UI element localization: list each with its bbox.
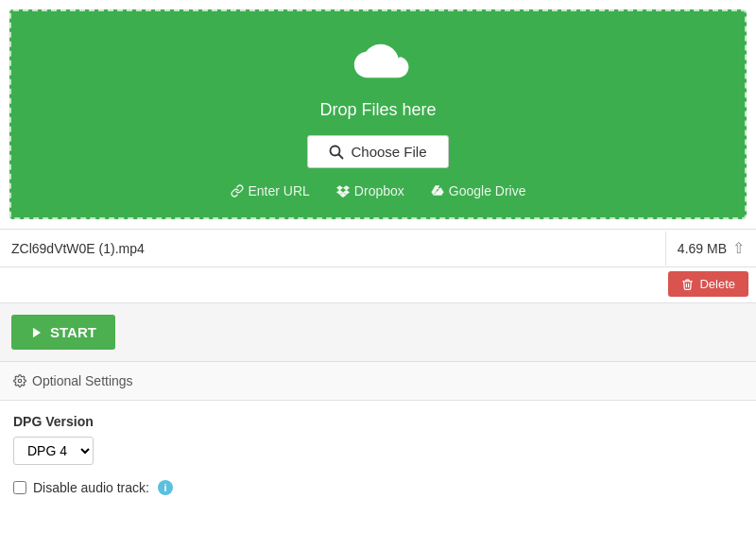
file-size: 4.69 MB ⇧ <box>666 230 756 266</box>
search-icon <box>329 145 344 160</box>
url-links: Enter URL Dropbox Google Drive <box>231 183 526 198</box>
dpg-version-select[interactable]: DPG 4 DPG 3 DPG 2 DPG 1 <box>13 437 94 465</box>
upload-icon: ⇧ <box>732 239 745 257</box>
disable-audio-checkbox[interactable] <box>13 481 26 494</box>
dropzone[interactable]: Drop Files here Choose File Enter URL Dr… <box>9 9 747 219</box>
disable-audio-row: Disable audio track: i <box>13 480 743 495</box>
link-icon <box>231 184 244 198</box>
file-name: ZCl69dVtW0E (1).mp4 <box>0 232 666 266</box>
settings-body: DPG Version DPG 4 DPG 3 DPG 2 DPG 1 Disa… <box>0 401 756 508</box>
file-row: ZCl69dVtW0E (1).mp4 4.69 MB ⇧ <box>0 229 756 267</box>
play-icon <box>30 326 43 339</box>
drop-text: Drop Files here <box>319 100 436 120</box>
dropbox-icon <box>336 184 350 198</box>
trash-icon <box>681 278 694 291</box>
choose-file-button[interactable]: Choose File <box>307 135 448 168</box>
disable-audio-label: Disable audio track: <box>33 480 149 495</box>
info-icon[interactable]: i <box>158 480 173 495</box>
svg-line-3 <box>339 154 343 158</box>
google-drive-link[interactable]: Google Drive <box>431 183 526 198</box>
dpg-version-label: DPG Version <box>13 414 743 429</box>
cloud-upload-icon <box>344 34 412 91</box>
svg-point-5 <box>18 379 22 383</box>
start-row: START <box>0 303 756 362</box>
delete-row: Delete <box>0 267 756 303</box>
svg-marker-4 <box>33 327 41 337</box>
gear-icon <box>13 374 26 387</box>
enter-url-link[interactable]: Enter URL <box>231 183 310 198</box>
dropbox-link[interactable]: Dropbox <box>336 183 404 198</box>
optional-settings-header: Optional Settings <box>0 362 756 401</box>
google-drive-icon <box>431 184 444 198</box>
start-button[interactable]: START <box>11 315 115 350</box>
delete-button[interactable]: Delete <box>668 271 748 297</box>
